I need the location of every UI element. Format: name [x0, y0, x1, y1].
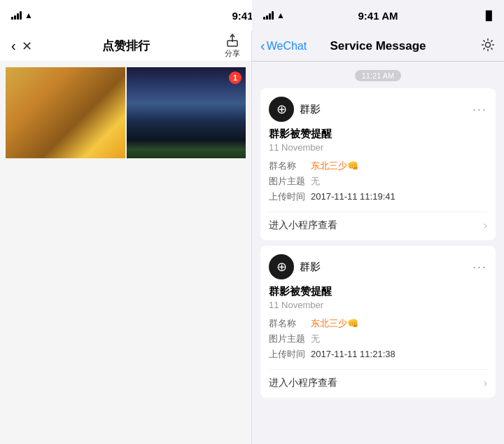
detail-row-time-1: 上传时间 2017-11-11 11:19:41: [269, 190, 487, 203]
detail-value-time-2: 2017-11-11 11:21:38: [311, 349, 396, 359]
detail-value-theme-2: 无: [311, 333, 320, 345]
right-nav: ‹ WeChat Service Message: [252, 31, 504, 62]
message-card-1: ⊕ 群影 ··· 群影被赞提醒 11 November 群名称 东北三少👊 图片…: [260, 88, 496, 240]
detail-row-groupname-1: 群名称 东北三少👊: [269, 160, 487, 172]
more-button-1[interactable]: ···: [472, 102, 487, 117]
card-header-1: ⊕ 群影 ···: [269, 97, 487, 122]
detail-row-theme-2: 图片主题 无: [269, 333, 487, 345]
right-signal-bars-icon: [263, 11, 274, 20]
back-button[interactable]: ‹: [11, 38, 16, 54]
share-icon: [225, 33, 239, 47]
chevron-right-icon-1: ›: [484, 219, 487, 232]
photos-grid: 1: [0, 62, 251, 444]
detail-row-groupname-2: 群名称 东北三少👊: [269, 317, 487, 330]
detail-value-groupname-2: 东北三少👊: [311, 317, 358, 330]
sender-info-1: ⊕ 群影: [269, 97, 321, 122]
wechat-back-label: WeChat: [267, 40, 307, 53]
food-photo: [6, 67, 125, 158]
settings-button[interactable]: [480, 37, 496, 55]
badge: 1: [229, 71, 241, 84]
right-battery-icon: ▉: [486, 11, 493, 21]
message-card-2: ⊕ 群影 ··· 群影被赞提醒 11 November 群名称 东北三少👊 图片…: [260, 246, 496, 398]
close-button[interactable]: ✕: [22, 39, 32, 54]
gear-icon: [480, 37, 496, 53]
right-nav-title: Service Message: [330, 39, 426, 53]
left-status-bar: ▲ 9:41 AM ▉: [0, 0, 251, 31]
signal-bars-icon: [11, 11, 22, 20]
card-detail-1: 群名称 东北三少👊 图片主题 无 上传时间 2017-11-11 11:19:4…: [269, 160, 487, 203]
detail-value-time-1: 2017-11-11 11:19:41: [311, 191, 396, 202]
card-date-2: 11 November: [269, 300, 487, 310]
detail-label-theme-1: 图片主题: [269, 175, 311, 188]
more-button-2[interactable]: ···: [472, 260, 487, 275]
right-status-bar: ▲ 9:41 AM ▉: [252, 0, 504, 31]
sender-info-2: ⊕ 群影: [269, 254, 321, 279]
chevron-right-icon-2: ›: [484, 377, 487, 389]
detail-row-theme-1: 图片主题 无: [269, 175, 487, 188]
right-time: 9:41 AM: [358, 10, 398, 22]
right-signal: ▲: [263, 11, 285, 20]
detail-label-time-2: 上传时间: [269, 348, 311, 361]
right-back-chevron-icon: ‹: [260, 38, 265, 54]
wechat-back-button[interactable]: ‹ WeChat: [260, 38, 307, 54]
action-label-2: 进入小程序查看: [269, 377, 337, 389]
photo-item-city[interactable]: 1: [127, 67, 246, 158]
card-date-1: 11 November: [269, 142, 487, 153]
messages-list: 11:21 AM ⊕ 群影 ··· 群影被赞提醒 11 November 群名称…: [252, 62, 504, 444]
city-photo: [127, 67, 246, 158]
share-button[interactable]: 分享: [225, 33, 240, 59]
card-header-2: ⊕ 群影 ···: [269, 254, 487, 279]
right-wifi-icon: ▲: [276, 11, 285, 20]
card-type-2: 群影被赞提醒: [269, 285, 487, 298]
left-panel: ▲ 9:41 AM ▉ ‹ ✕ 点赞排行 分享: [0, 0, 252, 444]
avatar-1: ⊕: [269, 97, 294, 122]
avatar-icon-2: ⊕: [276, 259, 287, 275]
detail-label-theme-2: 图片主题: [269, 333, 311, 345]
back-chevron-icon: ‹: [11, 38, 16, 54]
right-panel: ▲ 9:41 AM ▉ ‹ WeChat Service Message 11:…: [252, 0, 504, 444]
card-detail-2: 群名称 东北三少👊 图片主题 无 上传时间 2017-11-11 11:21:3…: [269, 317, 487, 361]
detail-label-groupname-2: 群名称: [269, 317, 311, 330]
nav-actions: 分享: [225, 33, 240, 59]
card-action-1[interactable]: 进入小程序查看 ›: [269, 211, 487, 232]
detail-value-theme-1: 无: [311, 175, 320, 188]
card-type-1: 群影被赞提醒: [269, 127, 487, 141]
photo-item-food[interactable]: [6, 67, 125, 158]
avatar-2: ⊕: [269, 254, 294, 279]
card-action-2[interactable]: 进入小程序查看 ›: [269, 369, 487, 389]
sender-name-2: 群影: [300, 261, 321, 274]
time-badge-1: 11:21 AM: [252, 69, 504, 81]
right-battery: ▉: [486, 11, 493, 21]
detail-value-groupname-1: 东北三少👊: [311, 160, 358, 172]
action-label-1: 进入小程序查看: [269, 219, 337, 232]
detail-row-time-2: 上传时间 2017-11-11 11:21:38: [269, 348, 487, 361]
left-nav: ‹ ✕ 点赞排行 分享: [0, 31, 251, 62]
time-badge-label: 11:21 AM: [355, 70, 401, 81]
detail-label-time-1: 上传时间: [269, 190, 311, 203]
svg-point-2: [486, 42, 491, 47]
left-signal: ▲: [11, 11, 33, 20]
wifi-icon: ▲: [24, 11, 33, 20]
left-nav-title: 点赞排行: [102, 38, 150, 54]
detail-label-groupname-1: 群名称: [269, 160, 311, 172]
avatar-icon-1: ⊕: [276, 102, 287, 117]
sender-name-1: 群影: [300, 103, 321, 116]
share-label: 分享: [225, 48, 240, 59]
